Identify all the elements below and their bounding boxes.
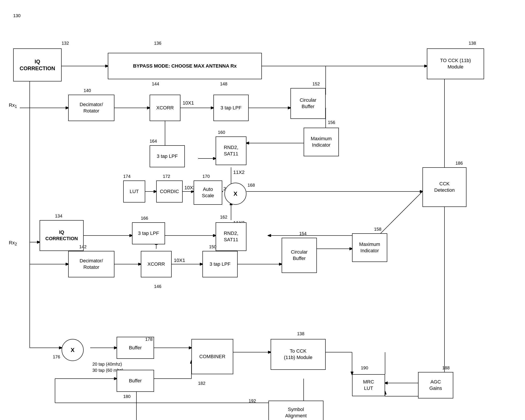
symbol-alignment-block: SymbolAlignment bbox=[268, 401, 323, 420]
label-11x2-top: 11X2 bbox=[233, 170, 244, 175]
buffer-180-block: Buffer bbox=[117, 370, 154, 392]
diagram-container: { "title": "Block Diagram 130", "ref_mai… bbox=[0, 0, 525, 420]
lpf-3tap-166-block: 3 tap LPF bbox=[132, 222, 165, 244]
circular-buffer-bot-block: CircularBuffer bbox=[282, 238, 317, 273]
ref-148: 148 bbox=[220, 81, 227, 86]
label-10x1-bot: 10X1 bbox=[174, 258, 185, 263]
ref-138-top: 138 bbox=[469, 41, 476, 46]
ref-182: 182 bbox=[198, 381, 205, 386]
svg-line-30 bbox=[378, 191, 422, 236]
xcorr-top-block: XCORR bbox=[150, 95, 180, 121]
cck-detection-block: CCKDetection bbox=[422, 167, 467, 207]
max-indicator-top-block: MaximumIndicator bbox=[304, 128, 339, 156]
ref-162: 162 bbox=[220, 215, 227, 220]
ref-142: 142 bbox=[79, 244, 86, 249]
circular-buffer-top-block: CircularBuffer bbox=[291, 88, 326, 119]
ref-186: 186 bbox=[455, 161, 463, 166]
ref-188: 188 bbox=[442, 365, 450, 371]
ref-180: 180 bbox=[123, 394, 131, 399]
cordic-block: CORDIC bbox=[156, 181, 183, 202]
rnd2-sat11-bot-block: RND2,SAT11 bbox=[216, 222, 246, 251]
xcorr-bot-block: XCORR bbox=[141, 251, 172, 277]
ref-166: 166 bbox=[141, 216, 148, 221]
ref-140: 140 bbox=[84, 88, 91, 93]
ref-138-bot: 138 bbox=[297, 331, 304, 336]
ref-154: 154 bbox=[299, 231, 307, 236]
decimator-rotator-bot-block: Decimator/Rotator bbox=[68, 251, 114, 277]
lpf-3tap-bot-block: 3 tap LPF bbox=[202, 251, 238, 277]
combiner-block: COMBINER bbox=[191, 339, 233, 374]
max-indicator-bot-block: MaximumIndicator bbox=[352, 233, 387, 262]
rx1-label: Rx1 bbox=[9, 102, 17, 109]
ref-152: 152 bbox=[312, 81, 320, 86]
multiply-176-block: X bbox=[62, 339, 84, 361]
ref-174: 174 bbox=[123, 174, 131, 179]
ref-192: 192 bbox=[249, 398, 256, 403]
rnd2-sat11-top-block: RND2,SAT11 bbox=[216, 136, 246, 165]
ref-160: 160 bbox=[218, 130, 225, 135]
ref-150: 150 bbox=[209, 244, 216, 249]
ref-156: 156 bbox=[328, 120, 335, 125]
lpf-3tap-164-block: 3 tap LPF bbox=[150, 145, 185, 167]
agc-gains-block: AGCGains bbox=[418, 372, 453, 398]
decimator-rotator-top-block: Decimator/Rotator bbox=[68, 95, 114, 121]
ref-170: 170 bbox=[202, 174, 210, 179]
ref-168: 168 bbox=[248, 183, 255, 188]
iq-correction-bot-block: IQCORRECTION bbox=[40, 220, 84, 251]
ref-136: 136 bbox=[154, 41, 161, 46]
auto-scale-block: AutoScale bbox=[194, 181, 222, 205]
multiply-168-block: X bbox=[225, 183, 246, 205]
label-10x1-top: 10X1 bbox=[183, 100, 194, 106]
ref-130: 130 bbox=[13, 13, 20, 18]
ref-144: 144 bbox=[152, 81, 159, 86]
iq-correction-top-block: IQCORRECTION bbox=[13, 48, 62, 81]
ref-132: 132 bbox=[62, 41, 69, 46]
ref-172: 172 bbox=[163, 174, 170, 179]
rx2-label: Rx2 bbox=[9, 240, 17, 247]
ref-134: 134 bbox=[55, 213, 62, 219]
ref-164: 164 bbox=[150, 139, 157, 144]
bypass-mode-block: BYPASS MODE: CHOOSE MAX ANTENNA Rx bbox=[108, 53, 262, 79]
ref-176: 176 bbox=[53, 354, 60, 360]
ref-178: 178 bbox=[145, 337, 152, 342]
ref-158: 158 bbox=[374, 227, 381, 232]
ref-190: 190 bbox=[361, 365, 368, 371]
to-cck-top-block: TO CCK (11b)Module bbox=[427, 48, 484, 79]
lpf-3tap-top-block: 3 tap LPF bbox=[213, 95, 249, 121]
mrc-lut-block: MRCLUT bbox=[352, 374, 385, 396]
to-cck-bot-block: To CCK(11b) Module bbox=[271, 339, 326, 370]
lut-block: LUT bbox=[123, 181, 145, 202]
ref-146: 146 bbox=[154, 284, 161, 289]
